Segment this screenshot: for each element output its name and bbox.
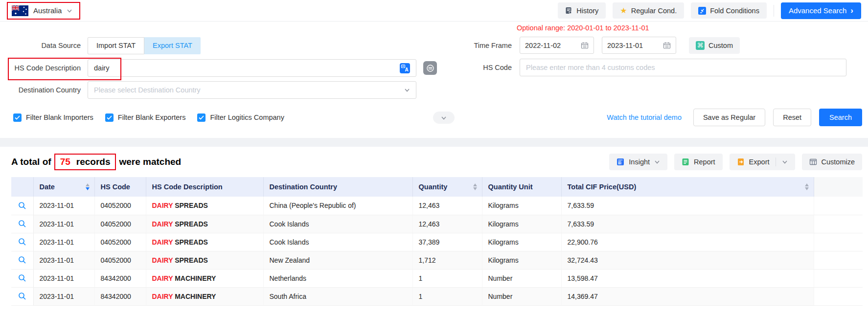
header-total-cif[interactable]: Total CIF Price(USD): [561, 177, 814, 197]
translate-icon[interactable]: A: [400, 63, 410, 73]
import-stat-tab[interactable]: Import STAT: [88, 37, 144, 54]
cell-quantity: 12,463: [412, 197, 482, 215]
report-button[interactable]: Report: [674, 154, 723, 170]
start-date-input[interactable]: 2022-11-02: [520, 37, 594, 54]
destination-country-label: Destination Country: [0, 86, 81, 94]
filter-label: Filter Logitics Company: [210, 113, 284, 121]
fold-conditions-button[interactable]: Fold Conditions: [691, 2, 767, 19]
customize-button[interactable]: Customize: [802, 154, 863, 170]
cell-date: 2023-11-01: [33, 215, 94, 233]
tutorial-demo-link[interactable]: Watch the tutorial demo: [607, 113, 682, 121]
cell-hs-code: 04052000: [94, 197, 146, 215]
cell-date: 2023-11-01: [33, 269, 94, 287]
filter-blank-importers-checkbox[interactable]: Filter Blank Importers: [13, 113, 93, 122]
cell-actions: [814, 197, 863, 215]
report-label: Report: [694, 158, 715, 166]
cell-quantity-unit: Kilograms: [482, 233, 561, 251]
row-detail-cell[interactable]: [11, 215, 33, 233]
export-stat-tab[interactable]: Export STAT: [144, 37, 201, 54]
country-selector[interactable]: Australia: [7, 2, 80, 20]
filters-row: Filter Blank Importers Filter Blank Expo…: [13, 109, 862, 126]
cell-destination-country: Netherlands: [263, 269, 412, 287]
records-word: records: [76, 157, 111, 167]
cell-hs-description: DAIRY MACHINERY: [146, 287, 263, 305]
checkbox-checked-icon: [105, 113, 114, 122]
magnifier-icon[interactable]: [18, 238, 26, 246]
advanced-search-button[interactable]: Advanced Search ›: [781, 2, 861, 19]
filter-blank-exporters-checkbox[interactable]: Filter Blank Exporters: [105, 113, 186, 122]
save-as-regular-button[interactable]: Save as Regular: [693, 109, 765, 126]
time-frame-group: Time Frame 2022-11-02 2023-11-01 ⌘ Custo…: [429, 37, 740, 54]
header-destination-country: Destination Country: [263, 177, 412, 197]
fold-conditions-label: Fold Conditions: [710, 7, 759, 15]
expand-conditions-button[interactable]: [433, 112, 455, 124]
topbar-actions: History ★ Regular Cond. Fold Conditions …: [558, 2, 861, 19]
cell-cif-price: 32,724.43: [561, 251, 814, 269]
data-source-segmented: Import STAT Export STAT: [88, 37, 201, 54]
table-body: 2023-11-01 04052000 DAIRY SPREADS China …: [11, 197, 863, 305]
export-button[interactable]: Export: [730, 154, 795, 170]
filter-label: Filter Blank Exporters: [118, 113, 186, 121]
cell-quantity-unit: Kilograms: [482, 251, 561, 269]
chevron-down-icon: [404, 87, 410, 93]
regular-cond-button[interactable]: ★ Regular Cond.: [613, 2, 684, 19]
cell-quantity-unit: Kilograms: [482, 197, 561, 215]
section-divider: [0, 138, 868, 147]
chevron-down-icon: [67, 8, 72, 14]
end-date-input[interactable]: 2023-11-01: [602, 37, 676, 54]
cif-price-sorter[interactable]: [805, 183, 814, 191]
customize-label: Customize: [822, 158, 855, 166]
row-detail-cell[interactable]: [11, 251, 33, 269]
time-frame-label: Time Frame: [429, 42, 512, 49]
cell-hs-code: 84342000: [94, 287, 146, 305]
cell-actions: [814, 215, 863, 233]
cell-date: 2023-11-01: [33, 197, 94, 215]
date-sorter[interactable]: [86, 183, 94, 191]
row-detail-cell[interactable]: [11, 197, 33, 215]
start-date-value: 2022-11-02: [525, 42, 561, 49]
topbar-divider: [774, 5, 774, 17]
advanced-search-label: Advanced Search: [789, 6, 846, 15]
row-detail-cell[interactable]: [11, 269, 33, 287]
header-hs-description: HS Code Description: [146, 177, 263, 197]
cell-date: 2023-11-01: [33, 233, 94, 251]
header-actions-column: [814, 177, 863, 197]
search-button[interactable]: Search: [819, 109, 862, 126]
custom-range-button[interactable]: ⌘ Custom: [689, 37, 740, 54]
summary-suffix: were matched: [119, 157, 181, 167]
history-button[interactable]: History: [558, 2, 606, 19]
hs-code-label: HS Code: [429, 64, 512, 71]
magnifier-icon[interactable]: [18, 202, 26, 210]
calendar-icon: [663, 42, 671, 49]
magnifier-icon[interactable]: [18, 220, 26, 228]
hs-code-input[interactable]: Please enter more than 4 customs codes: [520, 59, 846, 76]
magnifier-icon[interactable]: [18, 274, 26, 282]
cell-destination-country: Cook Islands: [263, 215, 412, 233]
hs-code-placeholder: Please enter more than 4 customs codes: [526, 64, 655, 71]
magnifier-icon[interactable]: [18, 256, 26, 264]
hs-description-input[interactable]: dairy A: [88, 59, 416, 77]
destination-country-select[interactable]: Please select Destination Country: [88, 81, 416, 99]
cell-actions: [814, 269, 863, 287]
filter-logistics-company-checkbox[interactable]: Filter Logitics Company: [197, 113, 284, 122]
summary-prefix: A total of: [11, 157, 51, 167]
header-quantity[interactable]: Quantity: [412, 177, 482, 197]
row-detail-cell[interactable]: [11, 287, 33, 305]
cell-destination-country: South Africa: [263, 287, 412, 305]
reset-button[interactable]: Reset: [773, 109, 811, 126]
chevron-down-icon[interactable]: [782, 159, 788, 165]
row-detail-cell[interactable]: [11, 233, 33, 251]
svg-text:BI: BI: [618, 161, 622, 165]
cell-quantity-unit: Number: [482, 287, 561, 305]
cell-cif-price: 13,598.47: [561, 269, 814, 287]
export-divider: [776, 158, 776, 166]
header-quantity-unit: Quantity Unit: [482, 177, 561, 197]
magnifier-icon[interactable]: [18, 292, 26, 300]
country-label: Australia: [33, 6, 62, 15]
checkbox-checked-icon: [13, 113, 22, 122]
insight-button[interactable]: BI Insight: [609, 154, 667, 170]
table-row: 2023-11-01 84342000 DAIRY MACHINERY Neth…: [11, 269, 863, 287]
header-date[interactable]: Date: [33, 177, 94, 197]
quantity-sorter[interactable]: [473, 183, 482, 191]
topbar: Australia History ★ Regular Cond. Fold C…: [0, 0, 868, 22]
